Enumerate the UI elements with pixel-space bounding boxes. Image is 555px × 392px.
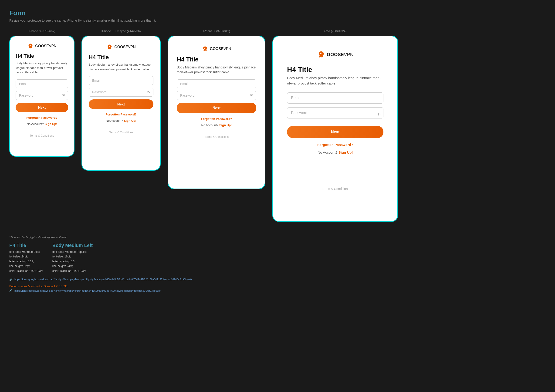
eye-icon-3[interactable]: 👁	[250, 93, 254, 98]
no-account-1: No Account? Sign Up!	[16, 122, 68, 126]
password-wrapper-3: 👁	[177, 91, 256, 100]
specs-section: *Title and body glyphs should appear at …	[9, 236, 546, 292]
signup-link-1[interactable]: Sign Up!	[45, 122, 57, 126]
logo-text-vpn-1: VPN	[49, 44, 57, 48]
terms-1[interactable]: Terms & Conditions	[16, 130, 68, 137]
no-account-3: No Account? Sign Up!	[177, 123, 256, 127]
goose-icon-1	[27, 43, 34, 49]
logo-text-goose-2: GOOSE	[114, 45, 128, 49]
font-link-1[interactable]: 🔗 https://fonts.google.com/download?fami…	[9, 278, 546, 281]
terms-4[interactable]: Terms & Conditions	[287, 182, 383, 191]
password-input-4[interactable]	[287, 107, 383, 118]
spec-body-title: Body Medium Left	[52, 243, 93, 248]
goose-icon-4	[317, 50, 325, 59]
password-input-2[interactable]	[89, 88, 153, 97]
signup-link-3[interactable]: Sign Up!	[219, 123, 232, 127]
eye-icon-4[interactable]: 👁	[377, 113, 381, 117]
device-frame-3: GOOSE VPN H4 Title Body Medium ahoy pira…	[168, 36, 265, 189]
forgotten-password-1[interactable]: Forgotten Password?	[16, 116, 68, 119]
eye-icon-1[interactable]: 👁	[62, 93, 66, 98]
screen-iphone8plus: IPhone 8 + maybe (414×736) GOOSE VPN H4 …	[81, 29, 161, 171]
goose-icon-2	[106, 44, 113, 50]
email-input-1[interactable]	[16, 79, 68, 88]
link-icon-1: 🔗	[9, 278, 13, 281]
password-input-1[interactable]	[16, 91, 68, 100]
logo-text-vpn-2: VPN	[128, 45, 136, 49]
logo-text-goose-4: GOOSE	[327, 52, 344, 57]
form-body-1: Body Medium ahoy piracy handsomely leagu…	[16, 61, 68, 75]
button-spec: Button shapes & font color: Orange 1 #F1…	[9, 285, 546, 288]
email-input-2[interactable]	[89, 76, 153, 85]
goose-icon-3	[202, 46, 208, 52]
terms-2[interactable]: Terms & Conditions	[89, 126, 153, 134]
spec-body: Body Medium Left font-face: Manrope Regu…	[52, 243, 93, 273]
terms-3[interactable]: Terms & Conditions	[177, 131, 256, 138]
password-wrapper-2: 👁	[89, 88, 153, 97]
logo-2: GOOSE VPN	[89, 44, 153, 50]
specs-note: *Title and body glyphs should appear at …	[9, 236, 546, 239]
form-body-4: Body Medium ahoy piracy handsomely leagu…	[287, 75, 383, 86]
password-wrapper-1: 👁	[16, 91, 68, 100]
page-header: Form Resize your prototype to see the sa…	[9, 9, 546, 22]
logo-1: GOOSE VPN	[16, 43, 68, 49]
eye-icon-2[interactable]: 👁	[147, 90, 151, 94]
logo-4: GOOSE VPN	[287, 50, 383, 59]
device-frame-4: GOOSE VPN H4 Title Body Medium ahoy pira…	[272, 36, 398, 222]
logo-text-vpn-3: VPN	[224, 47, 231, 51]
spec-h4: H4 Title font-face: Manrope Bold; font-s…	[9, 243, 43, 273]
link-icon-2: 🔗	[9, 289, 13, 292]
screen-iphonex: IPhone X (375×812) GOOSE VPN H4 Title Bo…	[168, 29, 265, 189]
logo-text-goose-1: GOOSE	[35, 44, 49, 48]
spec-h4-details: font-face: Manrope Bold; font-size: 24pt…	[9, 250, 43, 273]
forgotten-password-4[interactable]: Forgotten Password?	[287, 143, 383, 147]
logo-text-vpn-4: VPN	[344, 52, 353, 57]
form-title-3: H4 Title	[177, 56, 256, 63]
form-title-1: H4 Title	[16, 53, 68, 59]
form-title-2: H4 Title	[89, 54, 153, 60]
page-title: Form	[9, 9, 546, 17]
email-input-4[interactable]	[287, 92, 383, 104]
logo-3: GOOSE VPN	[177, 46, 256, 52]
page-subtitle: Resize your prototype to see the same. i…	[9, 19, 546, 22]
next-button-2[interactable]: Next	[89, 99, 153, 109]
next-button-4[interactable]: Next	[287, 126, 383, 138]
signup-link-4[interactable]: Sign Up!	[338, 150, 353, 154]
screen-ipad: iPad (768×1024) GOOSE VPN H4 Title Body …	[272, 29, 398, 222]
spec-h4-title: H4 Title	[9, 243, 43, 248]
password-wrapper-4: 👁	[287, 107, 383, 122]
device-frame-1: GOOSE VPN H4 Title Body Medium ahoy pira…	[9, 36, 74, 157]
logo-text-goose-3: GOOSE	[210, 47, 224, 51]
form-body-2: Body Medium ahoy piracy handsomely leagu…	[89, 62, 153, 72]
screen-label-2: IPhone 8 + maybe (414×736)	[101, 29, 141, 33]
screen-label-3: IPhone X (375×812)	[203, 29, 230, 33]
screens-row: IPhone 8 (375×667) GOOSE VPN H4 Title Bo…	[9, 29, 546, 222]
spec-body-details: font-face: Manrope Regular; font-size: 1…	[52, 250, 93, 273]
form-title-4: H4 Title	[287, 66, 383, 73]
form-body-3: Body Medium ahoy piracy handsomely leagu…	[177, 65, 256, 75]
signup-link-2[interactable]: Sign Up!	[124, 119, 136, 123]
password-input-3[interactable]	[177, 91, 256, 100]
no-account-4: No Account? Sign Up!	[287, 150, 383, 154]
device-frame-2: GOOSE VPN H4 Title Body Medium ahoy pira…	[81, 36, 161, 171]
next-button-1[interactable]: Next	[16, 103, 68, 112]
specs-grid: H4 Title font-face: Manrope Bold; font-s…	[9, 243, 546, 273]
font-link-2[interactable]: 🔗 https://fonts.google.com/download?fami…	[9, 289, 546, 292]
screen-label-1: IPhone 8 (375×667)	[28, 29, 55, 33]
screen-iphone8: IPhone 8 (375×667) GOOSE VPN H4 Title Bo…	[9, 29, 74, 157]
email-input-3[interactable]	[177, 79, 256, 88]
next-button-3[interactable]: Next	[177, 103, 256, 113]
no-account-2: No Account? Sign Up!	[89, 119, 153, 123]
screen-label-4: iPad (768×1024)	[324, 29, 347, 33]
forgotten-password-3[interactable]: Forgotten Password?	[177, 117, 256, 121]
forgotten-password-2[interactable]: Forgotten Password?	[89, 113, 153, 116]
